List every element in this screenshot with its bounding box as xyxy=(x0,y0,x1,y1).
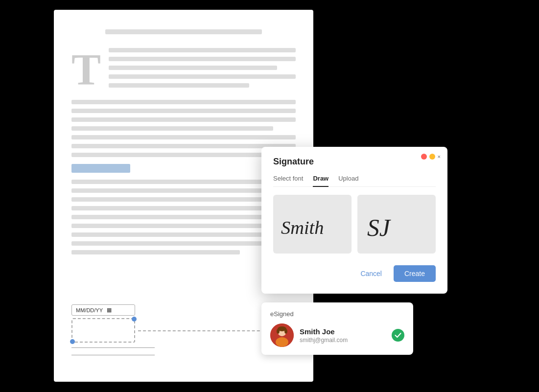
create-button[interactable]: Create xyxy=(394,265,436,282)
sig-dot-bottom-left xyxy=(70,339,75,344)
doc-T-icon: T xyxy=(71,48,101,92)
signature-option-initials[interactable]: SJ xyxy=(357,195,436,254)
close-icon[interactable]: × xyxy=(438,154,441,160)
esigned-user: Smith Joe smithj@gmail.com xyxy=(270,323,404,347)
doc-line xyxy=(109,83,249,88)
date-placeholder: MM/DD/YY xyxy=(76,307,103,313)
doc-bottom-lines xyxy=(71,347,155,362)
signature-options: Smith SJ xyxy=(273,195,436,254)
doc-lines-right xyxy=(109,48,296,92)
tab-select-font[interactable]: Select font xyxy=(273,175,303,187)
traffic-light-yellow[interactable] xyxy=(429,154,435,160)
user-name: Smith Joe xyxy=(300,327,386,336)
user-email: smithj@gmail.com xyxy=(300,337,386,344)
doc-line xyxy=(109,66,277,70)
svg-text:Smith: Smith xyxy=(281,217,324,238)
svg-point-6 xyxy=(277,329,280,334)
sig-dot-top-right xyxy=(132,317,137,322)
doc-line xyxy=(71,109,296,113)
doc-line xyxy=(71,100,296,104)
calendar-icon: ▦ xyxy=(107,307,112,313)
signature-option-script[interactable]: Smith xyxy=(273,195,352,254)
svg-text:SJ: SJ xyxy=(367,214,391,241)
signature-box[interactable] xyxy=(71,318,135,343)
doc-line xyxy=(71,126,273,131)
modal-actions: Cancel Create xyxy=(273,265,436,282)
date-field[interactable]: MM/DD/YY ▦ xyxy=(71,304,135,316)
doc-top-bar xyxy=(105,29,262,34)
doc-bottom-line xyxy=(71,347,155,348)
doc-line xyxy=(71,206,273,210)
modal-title: Signature xyxy=(273,157,436,167)
doc-line xyxy=(71,250,240,254)
cancel-button[interactable]: Cancel xyxy=(354,266,388,281)
doc-bottom-line xyxy=(71,355,155,355)
esigned-title: eSigned xyxy=(270,310,404,318)
avatar xyxy=(270,323,294,347)
svg-point-4 xyxy=(276,337,288,347)
esigned-card: eSigned Smith Joe smithj@gmail.com xyxy=(261,302,413,355)
doc-line xyxy=(109,57,296,61)
user-info: Smith Joe smithj@gmail.com xyxy=(300,327,386,344)
doc-highlight xyxy=(71,164,130,173)
traffic-light-red[interactable] xyxy=(421,154,427,160)
traffic-lights: × xyxy=(421,154,441,160)
tab-upload[interactable]: Upload xyxy=(338,175,358,187)
doc-line xyxy=(71,135,296,139)
modal-tabs: Select font Draw Upload xyxy=(273,175,436,187)
tab-draw[interactable]: Draw xyxy=(313,175,328,187)
doc-line xyxy=(109,74,296,79)
doc-line xyxy=(109,48,296,52)
signature-modal: × Signature Select font Draw Upload Smit… xyxy=(261,147,447,294)
verified-icon xyxy=(392,329,404,342)
svg-point-7 xyxy=(284,329,287,334)
doc-line xyxy=(71,117,296,122)
